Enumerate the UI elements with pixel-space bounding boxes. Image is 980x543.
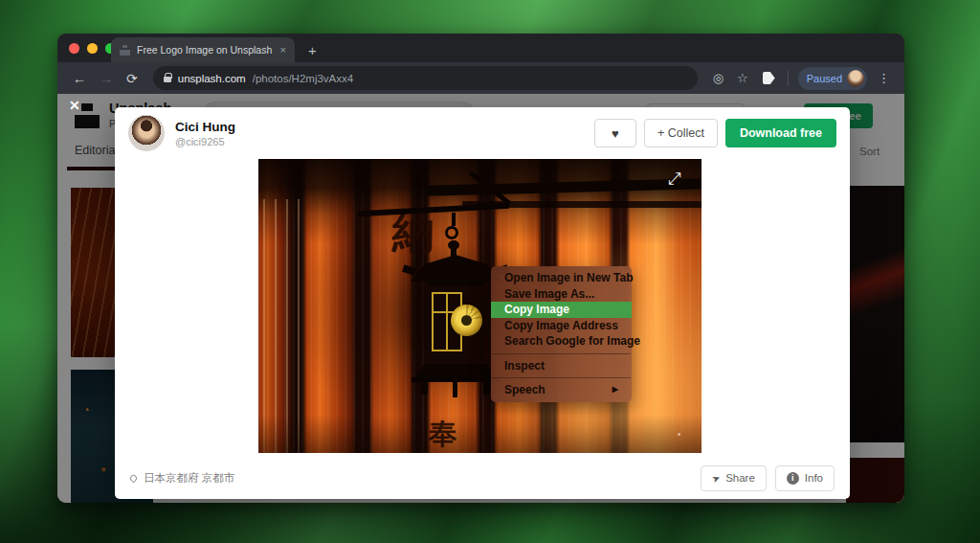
profile-avatar (847, 70, 864, 87)
info-icon: i (787, 472, 799, 485)
photo-torii-lantern[interactable]: 納 奉 (258, 159, 702, 453)
author-avatar[interactable] (128, 115, 165, 151)
photo-bottom-shade (258, 415, 702, 453)
extension-icon[interactable] (763, 72, 775, 84)
browser-window: Free Logo Image on Unsplash × + ← → ⟳ un… (57, 34, 904, 503)
info-button[interactable]: i Info (775, 465, 835, 491)
photo-top-beam (427, 178, 702, 196)
back-button[interactable]: ← (67, 71, 92, 86)
kanji-character: 納 (392, 213, 435, 256)
menu-item-inspect[interactable]: Inspect (491, 358, 632, 374)
photo-sparkle (678, 433, 680, 436)
menu-item-speech[interactable]: Speech ▶ (491, 382, 632, 398)
photo-modal: Cici Hung @cici9265 ♥ + Collect Download… (115, 107, 850, 499)
url-domain: unsplash.com (178, 73, 246, 84)
browser-toolbar: ← → ⟳ unsplash.com/photos/H2mj3vAxx4 ◎ ☆… (57, 62, 904, 94)
toolbar-divider (788, 71, 789, 86)
heart-icon: ♥ (612, 126, 619, 141)
modal-footer: 日本京都府 京都市 ➤ Share i Info (115, 457, 850, 499)
modal-actions: ♥ + Collect Download free (594, 119, 836, 147)
menu-item-open-image-new-tab[interactable]: Open Image in New Tab (491, 270, 632, 286)
modal-header: Cici Hung @cici9265 ♥ + Collect Download… (115, 107, 850, 159)
collect-button[interactable]: + Collect (644, 119, 718, 147)
window-controls (69, 43, 116, 54)
like-button[interactable]: ♥ (594, 119, 636, 147)
new-tab-button[interactable]: + (308, 43, 317, 57)
menu-item-search-google-for-image[interactable]: Search Google for Image (491, 333, 632, 350)
lantern-body (427, 285, 484, 364)
zoom-cursor-icon: ⤢ (668, 170, 681, 187)
forward-button[interactable]: → (94, 71, 119, 86)
share-arrow-icon: ➤ (710, 471, 722, 484)
browser-tab[interactable]: Free Logo Image on Unsplash × (111, 37, 295, 62)
tab-bar: Free Logo Image on Unsplash × + (57, 34, 904, 62)
location-text: 日本京都府 京都市 (144, 471, 234, 486)
page-content: Unsplash Photos for everyone Collections… (57, 94, 904, 503)
speech-label: Speech (504, 383, 546, 397)
menu-separator (492, 353, 631, 354)
url-path: /photos/H2mj3vAxx4 (253, 73, 353, 84)
author-handle[interactable]: @cici9265 (175, 136, 235, 147)
menu-item-copy-image-address[interactable]: Copy Image Address (491, 318, 632, 334)
tab-close-icon[interactable]: × (280, 44, 286, 56)
address-bar[interactable]: unsplash.com/photos/H2mj3vAxx4 (153, 66, 698, 90)
author-name[interactable]: Cici Hung (175, 120, 235, 134)
info-label: Info (805, 472, 823, 484)
submenu-arrow-icon: ▶ (612, 383, 618, 397)
lantern-leg (421, 382, 428, 395)
tab-title: Free Logo Image on Unsplash (137, 44, 274, 56)
context-menu: Open Image in New Tab Save Image As... C… (491, 266, 632, 402)
menu-item-copy-image[interactable]: Copy Image (491, 302, 632, 318)
lantern-leg (483, 382, 490, 395)
share-button[interactable]: ➤ Share (701, 465, 767, 491)
lantern-ring (445, 226, 458, 239)
lock-icon (164, 77, 171, 82)
footer-actions: ➤ Share i Info (701, 465, 835, 491)
lantern-gold-emblem (451, 305, 482, 336)
minimize-window-button[interactable] (87, 43, 98, 54)
bookmark-star-icon[interactable]: ☆ (731, 71, 754, 85)
lantern-skirt (416, 364, 495, 377)
reload-button[interactable]: ⟳ (121, 71, 144, 86)
modal-close-icon[interactable]: ✕ (69, 98, 80, 113)
lantern-tassel (453, 382, 457, 397)
author-block: Cici Hung @cici9265 (175, 120, 235, 147)
location-pin-icon (129, 473, 139, 483)
menu-item-save-image-as[interactable]: Save Image As... (491, 286, 632, 303)
close-window-button[interactable] (69, 43, 79, 54)
menu-separator (492, 377, 631, 378)
lantern-rod (452, 213, 456, 226)
unsplash-favicon-icon (120, 45, 130, 56)
send-to-devices-icon[interactable]: ◎ (707, 71, 729, 85)
paused-label: Paused (807, 73, 842, 84)
photo-location[interactable]: 日本京都府 京都市 (130, 471, 234, 486)
browser-menu-icon[interactable]: ⋮ (873, 71, 895, 85)
download-free-button[interactable]: Download free (725, 119, 836, 147)
share-label: Share (725, 472, 755, 484)
sync-paused-badge[interactable]: Paused (798, 67, 867, 90)
